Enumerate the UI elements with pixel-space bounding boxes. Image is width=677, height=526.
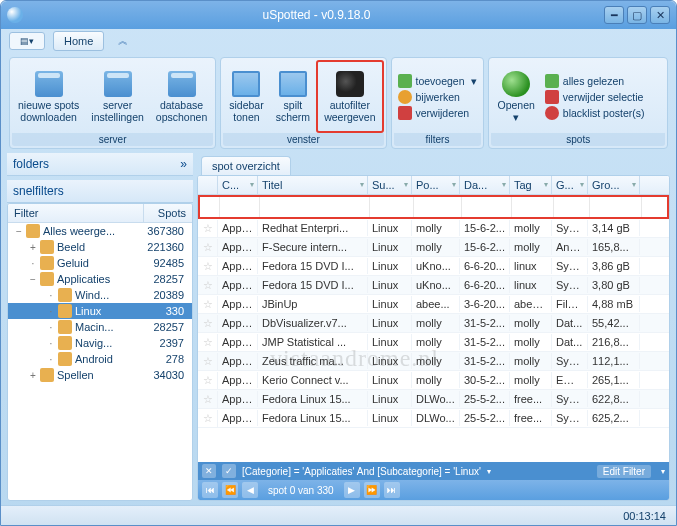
filter-tree-panel: Filter Spots −Alles weerge...367380+Beel… [7, 203, 193, 501]
app-window: uSpotted - v0.9.18.0 ━ ▢ ✕ ▤▾ Home ︽ nie… [0, 0, 677, 526]
col-filter[interactable]: Filter [8, 204, 144, 222]
app-icon [7, 7, 23, 23]
col-category[interactable]: C... [218, 176, 258, 194]
blacklist-poster-button[interactable]: blacklist poster(s) [545, 106, 645, 120]
tree-item[interactable]: ·Wind...20389 [8, 287, 192, 303]
col-date[interactable]: Da... [460, 176, 510, 194]
grid-header: C... Titel Su... Po... Da... Tag G... Gr… [198, 176, 669, 195]
download-spots-button[interactable]: nieuwe spots downloaden [12, 60, 85, 133]
quick-access-dropdown[interactable]: ▤▾ [9, 32, 45, 50]
split-screen-button[interactable]: spilt scherm [270, 60, 316, 133]
table-row[interactable]: ☆Appl...Zeus traffic ma...Linuxmolly31-5… [198, 352, 669, 371]
window-title: uSpotted - v0.9.18.0 [29, 8, 604, 22]
ribbon-group-spots: Openen▾ alles gelezen verwijder selectie… [488, 57, 668, 149]
col-star[interactable] [198, 176, 218, 194]
edit-filter-button[interactable]: Edit Filter [597, 465, 651, 478]
tree-item[interactable]: ·Linux330 [8, 303, 192, 319]
table-row[interactable]: ☆Appl...JMP Statistical ...Linuxmolly31-… [198, 333, 669, 352]
snelfilters-header[interactable]: snelfilters [7, 180, 193, 203]
tree-item[interactable]: +Spellen34030 [8, 367, 192, 383]
tree-item[interactable]: −Alles weerge...367380 [8, 223, 192, 239]
filter-expression-bar: ✕ ✓ [Categorie] = 'Applicaties' And [Sub… [198, 462, 669, 480]
nav-status: spot 0 van 330 [268, 485, 334, 496]
ribbon-group-server: nieuwe spots downloaden server instellin… [9, 57, 216, 149]
database-cleanup-button[interactable]: database opschonen [150, 60, 213, 133]
nav-prevpage-button[interactable]: ⏪ [222, 482, 238, 498]
tab-home[interactable]: Home [53, 31, 104, 51]
open-button[interactable]: Openen▾ [491, 60, 540, 133]
table-row[interactable]: ☆Appl...JBinUpLinuxabee...3-6-20...abee.… [198, 295, 669, 314]
tab-spot-overzicht[interactable]: spot overzicht [201, 156, 291, 175]
folders-header[interactable]: folders» [7, 153, 193, 176]
ribbon-group-filters: toevoegen ▾ bijwerken verwijderen filter… [391, 57, 485, 149]
col-genre[interactable]: G... [552, 176, 588, 194]
grid-rows: ☆Appl...Redhat Enterpri...Linuxmolly15-6… [198, 219, 669, 462]
tree-item[interactable]: ·Navig...2397 [8, 335, 192, 351]
table-row[interactable]: ☆Appl...Fedora Linux 15...LinuxDLWo...25… [198, 390, 669, 409]
table-row[interactable]: ☆Appl...Redhat Enterpri...Linuxmolly15-6… [198, 219, 669, 238]
table-row[interactable]: ☆Appl...Fedora 15 DVD I...LinuxuKno...6-… [198, 276, 669, 295]
nav-first-button[interactable]: ⏮ [202, 482, 218, 498]
filter-update-button[interactable]: bijwerken [398, 90, 478, 104]
minimize-button[interactable]: ━ [604, 6, 624, 24]
nav-next-button[interactable]: ▶ [344, 482, 360, 498]
ribbon-group-venster: sidebar tonen spilt scherm autofilter we… [220, 57, 386, 149]
menubar: ▤▾ Home ︽ [1, 29, 676, 53]
nav-last-button[interactable]: ⏭ [384, 482, 400, 498]
nav-nextpage-button[interactable]: ⏩ [364, 482, 380, 498]
col-title[interactable]: Titel [258, 176, 368, 194]
filter-add-button[interactable]: toevoegen ▾ [398, 74, 478, 88]
filter-checkbox[interactable]: ✓ [222, 464, 236, 478]
tree-item[interactable]: ·Android278 [8, 351, 192, 367]
filter-tree: −Alles weerge...367380+Beeld221360·Gelui… [8, 223, 192, 500]
ribbon: nieuwe spots downloaden server instellin… [1, 53, 676, 153]
filter-remove-button[interactable]: verwijderen [398, 106, 478, 120]
titlebar: uSpotted - v0.9.18.0 ━ ▢ ✕ [1, 1, 676, 29]
sidebar-toggle-button[interactable]: sidebar tonen [223, 60, 269, 133]
table-row[interactable]: ☆Appl...Fedora Linux 15...LinuxDLWo...25… [198, 409, 669, 428]
statusbar: 00:13:14 [1, 505, 676, 525]
tree-item[interactable]: +Beeld221360 [8, 239, 192, 255]
record-navigator: ⏮ ⏪ ◀ spot 0 van 330 ▶ ⏩ ⏭ [198, 480, 669, 500]
spot-grid: C... Titel Su... Po... Da... Tag G... Gr… [197, 175, 670, 501]
main-panel: spot overzicht C... Titel Su... Po... Da… [197, 153, 670, 501]
nav-prev-button[interactable]: ◀ [242, 482, 258, 498]
col-sub[interactable]: Su... [368, 176, 412, 194]
tree-item[interactable]: ·Macin...28257 [8, 319, 192, 335]
ribbon-collapse-icon[interactable]: ︽ [112, 30, 134, 52]
col-poster[interactable]: Po... [412, 176, 460, 194]
col-size[interactable]: Gro... [588, 176, 640, 194]
status-time: 00:13:14 [623, 510, 666, 522]
tree-item[interactable]: ·Geluid92485 [8, 255, 192, 271]
mark-all-read-button[interactable]: alles gelezen [545, 74, 645, 88]
tree-columns: Filter Spots [8, 204, 192, 223]
table-row[interactable]: ☆Appl...Fedora 15 DVD I...LinuxuKno...6-… [198, 257, 669, 276]
close-button[interactable]: ✕ [650, 6, 670, 24]
col-tag[interactable]: Tag [510, 176, 552, 194]
delete-selection-button[interactable]: verwijder selectie [545, 90, 645, 104]
autofilter-row[interactable] [198, 195, 669, 219]
col-spots[interactable]: Spots [144, 204, 192, 222]
tree-item[interactable]: −Applicaties28257 [8, 271, 192, 287]
server-settings-button[interactable]: server instellingen [85, 60, 150, 133]
autofilter-toggle-button[interactable]: autofilter weergeven [316, 60, 383, 133]
filter-expression: [Categorie] = 'Applicaties' And [Subcate… [242, 466, 481, 477]
maximize-button[interactable]: ▢ [627, 6, 647, 24]
sidebar: folders» snelfilters Filter Spots −Alles… [7, 153, 193, 501]
table-row[interactable]: ☆Appl...F-Secure intern...Linuxmolly15-6… [198, 238, 669, 257]
table-row[interactable]: ☆Appl...DbVisualizer.v7...Linuxmolly31-5… [198, 314, 669, 333]
clear-filter-button[interactable]: ✕ [202, 464, 216, 478]
table-row[interactable]: ☆Appl...Kerio Connect v...Linuxmolly30-5… [198, 371, 669, 390]
